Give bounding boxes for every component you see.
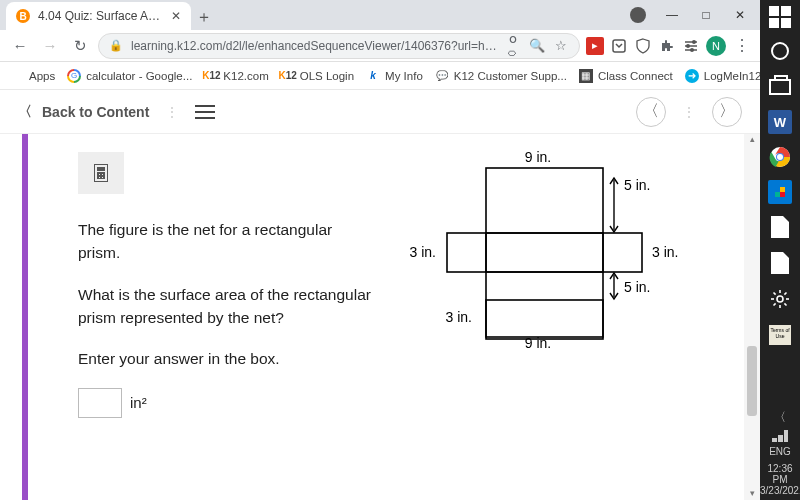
back-label: Back to Content	[42, 104, 149, 120]
browser-toolbar: ← → ↻ 🔒 learning.k12.com/d2l/le/enhanced…	[0, 30, 760, 62]
divider-dots-icon: ⋮	[165, 110, 179, 114]
window-maximize-button[interactable]: □	[690, 1, 722, 29]
extension-equalizer-icon[interactable]	[682, 37, 700, 55]
tab-title: 4.04 Quiz: Surface Area	[38, 9, 163, 23]
nav-reload-button[interactable]: ↻	[68, 34, 92, 58]
logmein-icon: ➜	[685, 69, 699, 83]
answer-input[interactable]	[78, 388, 122, 418]
taskbar-file-icon[interactable]	[767, 250, 793, 276]
scroll-thumb[interactable]	[747, 346, 757, 416]
lock-icon: 🔒	[109, 39, 123, 52]
question-text-1: The figure is the net for a rectangular …	[78, 218, 378, 265]
extension-shield-icon[interactable]	[634, 37, 652, 55]
system-tray: 〈 ENG 12:36 PM 3/23/2021	[760, 409, 800, 500]
bookmark-class-connect[interactable]: ▦ Class Connect	[579, 69, 673, 83]
nav-back-button[interactable]: ←	[8, 34, 32, 58]
window-close-button[interactable]: ✕	[724, 1, 756, 29]
bookmark-apps[interactable]: Apps	[10, 69, 55, 83]
bookmark-logmein[interactable]: ➜ LogMeIn123	[685, 69, 768, 83]
toc-menu-button[interactable]	[195, 105, 215, 119]
bookmark-label: calculator - Google...	[86, 70, 192, 82]
bookmark-label: K12 Customer Supp...	[454, 70, 567, 82]
tab-close-icon[interactable]: ✕	[171, 9, 181, 23]
google-icon	[67, 69, 81, 83]
content-scrollbar[interactable]: ▴ ▾	[744, 134, 760, 500]
chevron-left-icon: 〈	[18, 103, 32, 121]
input-language[interactable]: ENG	[760, 446, 800, 457]
incognito-indicator-icon	[622, 1, 654, 29]
page-body: The figure is the net for a rectangular …	[0, 134, 760, 500]
bookmark-label: K12.com	[223, 70, 268, 82]
svg-rect-8	[486, 233, 603, 272]
chat-icon: 💬	[435, 69, 449, 83]
svg-line-27	[784, 293, 786, 295]
tray-overflow-icon[interactable]: 〈	[760, 409, 800, 426]
svg-line-25	[784, 303, 786, 305]
bookmark-k12com[interactable]: K12 K12.com	[204, 69, 268, 83]
clock-date[interactable]: 3/23/2021	[760, 485, 800, 496]
bookmark-ols-login[interactable]: K12 OLS Login	[281, 69, 354, 83]
question-panel: The figure is the net for a rectangular …	[28, 134, 760, 500]
chrome-menu-button[interactable]: ⋮	[732, 36, 752, 55]
extension-pocket-icon[interactable]	[610, 37, 628, 55]
svg-point-5	[686, 44, 690, 48]
back-to-content-button[interactable]: 〈 Back to Content	[18, 103, 149, 121]
nav-forward-button[interactable]: →	[38, 34, 62, 58]
taskbar-terms-icon[interactable]: Terms of Use	[767, 322, 793, 348]
apps-grid-icon	[10, 69, 24, 83]
bookmark-label: Class Connect	[598, 70, 673, 82]
dim-bottom-flap: 3 in.	[446, 309, 472, 325]
k12-icon: K12	[281, 69, 295, 83]
divider-dots-icon: ⋮	[682, 110, 696, 114]
prism-net-figure: 9 in. 5 in. 3 in. 3 in. 5 in. 3 in. 9 in…	[406, 150, 706, 488]
taskbar-file-icon[interactable]	[767, 214, 793, 240]
taskbar-settings-icon[interactable]	[767, 286, 793, 312]
content-header: 〈 Back to Content ⋮ 〈 ⋮ 〉	[0, 90, 760, 134]
taskbar-chrome-icon[interactable]	[767, 144, 793, 170]
svg-point-4	[692, 40, 696, 44]
browser-window: B 4.04 Quiz: Surface Area ✕ ＋ — □ ✕ ← → …	[0, 0, 760, 500]
new-tab-button[interactable]: ＋	[191, 4, 217, 30]
dim-bottom-width: 9 in.	[525, 335, 551, 351]
bookmark-label: LogMeIn123	[704, 70, 768, 82]
scroll-up-icon[interactable]: ▴	[744, 134, 760, 146]
translate-icon[interactable]: ᴏᯆ	[505, 33, 521, 59]
next-page-button[interactable]: 〉	[712, 97, 742, 127]
svg-rect-7	[486, 168, 603, 233]
browser-tab[interactable]: B 4.04 Quiz: Surface Area ✕	[6, 2, 191, 30]
svg-point-6	[690, 48, 694, 52]
profile-avatar[interactable]: N	[706, 36, 726, 56]
calculator-icon	[94, 164, 108, 182]
bookmark-k12-support[interactable]: 💬 K12 Customer Supp...	[435, 69, 567, 83]
start-button[interactable]	[769, 6, 791, 28]
zoom-icon[interactable]: 🔍	[529, 38, 545, 53]
taskbar-word-icon[interactable]: W	[768, 110, 792, 134]
bookmark-star-icon[interactable]: ☆	[553, 38, 569, 53]
answer-prompt: Enter your answer in the box.	[78, 347, 378, 370]
cortana-icon[interactable]	[767, 38, 793, 64]
dim-top-width: 9 in.	[525, 149, 551, 165]
bookmark-google-calculator[interactable]: calculator - Google...	[67, 69, 192, 83]
address-bar[interactable]: 🔒 learning.k12.com/d2l/le/enhancedSequen…	[98, 33, 580, 59]
extensions-puzzle-icon[interactable]	[658, 37, 676, 55]
network-icon[interactable]	[772, 430, 788, 442]
taskbar-photos-icon[interactable]	[768, 180, 792, 204]
calculator-tool-button[interactable]	[78, 152, 124, 194]
scroll-down-icon[interactable]: ▾	[744, 488, 760, 500]
clock-time[interactable]: 12:36 PM	[760, 463, 800, 485]
prev-page-button[interactable]: 〈	[636, 97, 666, 127]
bookmark-my-info[interactable]: k My Info	[366, 69, 423, 83]
dim-left-flap: 3 in.	[410, 244, 436, 260]
svg-rect-11	[486, 272, 603, 337]
window-minimize-button[interactable]: —	[656, 1, 688, 29]
svg-point-19	[777, 296, 783, 302]
bookmarks-bar: Apps calculator - Google... K12 K12.com …	[0, 62, 760, 90]
svg-line-24	[774, 293, 776, 295]
svg-rect-12	[486, 300, 603, 339]
bookmark-label: Apps	[29, 70, 55, 82]
tab-strip: B 4.04 Quiz: Surface Area ✕ ＋ — □ ✕	[0, 0, 760, 30]
extension-pdf-icon[interactable]: ▸	[586, 37, 604, 55]
task-view-icon[interactable]	[767, 74, 793, 100]
class-connect-icon: ▦	[579, 69, 593, 83]
url-text: learning.k12.com/d2l/le/enhancedSequence…	[131, 39, 497, 53]
